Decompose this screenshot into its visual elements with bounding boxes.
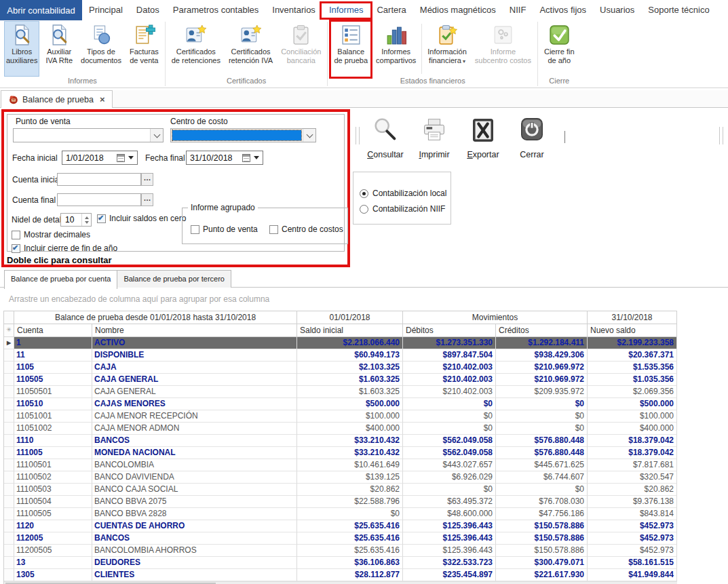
grid-row-11051001[interactable]: 11051001CAJA MENOR RECEPCIÓN$100.000$0$0… [4,410,677,423]
menu-tab-activos-fijos[interactable]: Activos fijos [533,0,593,20]
grid-row-13[interactable]: 13DEUDORES$36.106.863$322.533.723$300.47… [4,557,677,569]
toolbar-button-consultar[interactable]: Consultar [361,113,410,159]
ribbon-button-informacion-financiera[interactable]: Informaciónfinanciera ▾ [426,22,467,76]
close-tab-icon[interactable]: × [100,94,105,104]
stepper-arrows-icon[interactable] [81,214,91,226]
row-indicator-cell [4,447,14,459]
radio-icon[interactable] [360,205,368,214]
file-button[interactable]: Abrir contabilidad [0,0,82,20]
nivel-detalle-stepper[interactable]: 10 [60,213,92,227]
column-header-creditos[interactable]: Créditos [496,324,588,337]
toolbar-button-imprimir[interactable]: Imprimir [410,113,459,159]
incluir-saldos-checkbox[interactable] [97,214,106,223]
cell-nombre: CAJA MENOR ADMON [92,423,297,435]
calendar-icon[interactable] [242,154,250,162]
horizontal-scrollbar[interactable] [4,581,677,584]
incluir-cierre-check-row[interactable]: Incluir cierre de fin de año [12,244,117,253]
menu-tab-niif[interactable]: NIIF [503,0,533,20]
mostrar-decimales-checkbox[interactable] [12,231,20,239]
row-indicator-cell [4,545,14,557]
calendar-icon[interactable] [117,154,125,162]
ribbon-button-conciliacion-bancaria: Conciliaciónbancaria [280,22,322,76]
cell-cuenta: 11100501 [14,459,92,471]
band-title[interactable]: Balance de prueba desde 01/01/2018 hasta… [14,311,297,324]
ribbon-button-cierre-fin-de-ano[interactable]: Cierre finde año [543,22,576,76]
grid-row-1305[interactable]: 1305CLIENTES$28.112.877$235.454.897$221.… [4,569,677,581]
grid-row-1105[interactable]: 1105CAJA$2.103.325$210.402.003$210.969.9… [4,362,677,374]
grid-row-111005[interactable]: 111005MONEDA NACIONAL$33.210.432$562.049… [4,447,677,459]
ribbon-button-certificados-de-retenciones[interactable]: Certificadosde retenciones [170,22,222,76]
radio-contabilizacion-local[interactable]: Contabilización local [360,189,451,198]
ribbon-button-facturas-de-venta[interactable]: Facturasde venta [128,22,160,76]
chevron-down-icon[interactable] [303,129,315,142]
grid-row-110510[interactable]: 110510CAJAS MENORES$500.000$0$0$500.000 [4,398,677,410]
column-header-cuenta[interactable]: Cuenta [14,324,92,337]
ribbon-button-balance-de-prueba[interactable]: Balancede prueba [332,22,369,76]
menu-tab-medios-magneticos[interactable]: Médios magnéticos [413,0,503,20]
view-tab-balance-de-prueba-por-cuenta[interactable]: Balance de prueba por cuenta [4,270,117,289]
punto-de-venta-label: Punto de venta [16,117,71,126]
incluir-cierre-checkbox[interactable] [12,244,20,253]
menu-tab-soporte-tecnico[interactable]: Soporte técnico [641,0,716,20]
fecha-inicial-field[interactable]: 1/01/2018 [62,151,138,165]
agrupado-punto-checkbox[interactable] [191,225,199,234]
document-tab-balance-de-prueba[interactable]: Balance de prueba × [1,90,113,108]
grid-row-11050501[interactable]: 11050501CAJA GENERAL$1.603.325$210.402.0… [4,386,677,398]
agrupado-centro-check-row[interactable]: Centro de costos [269,225,343,234]
agrupado-punto-check-row[interactable]: Punto de venta [191,225,258,234]
cuenta-final-browse-button[interactable]: … [141,193,153,206]
menu-tab-cartera[interactable]: Cartera [370,0,413,20]
grid-row-11100502[interactable]: 11100502BANCO DAVIVIENDA$139.125$6.926.0… [4,471,677,484]
band-movimientos[interactable]: Movimientos [403,311,588,324]
toolbar-button-cerrar[interactable]: Cerrar [507,113,556,159]
dropdown-arrow-icon[interactable] [128,156,134,159]
grid-row-11100504[interactable]: 11100504BANCO BBVA 2075$22.588.796$63.49… [4,496,677,508]
mostrar-decimales-check-row[interactable]: Mostrar decimales [12,230,90,239]
band-nuevo-saldo-date[interactable]: 31/10/2018 [588,311,677,324]
centro-de-costo-combo[interactable] [170,128,316,142]
cuenta-inicial-input[interactable] [57,173,141,186]
menu-tab-parametros-contables[interactable]: Parametros contables [166,0,265,20]
ribbon-button-informes-compartivos[interactable]: Informescompartivos [375,22,417,76]
view-tab-balance-de-prueba-por-tercero[interactable]: Balance de prueba por tercero [117,270,231,288]
radio-contabilizacion-niif[interactable]: Contabilización NIIF [360,204,451,214]
agrupado-centro-checkbox[interactable] [269,225,278,234]
grid-row-1120[interactable]: 1120CUENTAS DE AHORRO$25.635.416$125.396… [4,520,677,532]
grid-row-112005[interactable]: 112005BANCOS$25.635.416$125.396.443$150.… [4,532,677,545]
dropdown-arrow-icon[interactable] [254,156,259,159]
grid-row-11100505[interactable]: 11100505BANCO BBVA 2828$0$48.600.000$47.… [4,508,677,520]
punto-de-venta-combo[interactable] [13,128,164,142]
menu-tab-principal[interactable]: Principal [82,0,130,20]
menu-tab-inventarios[interactable]: Inventarios [265,0,322,20]
toolbar-overflow-chevron-icon[interactable] [564,131,565,143]
ribbon-button-tipos-de-documentos[interactable]: Tipos dedocumentos [79,22,123,76]
grid-row-11[interactable]: 11DISPONIBLE$60.949.173$897.847.504$938.… [4,349,677,362]
grid-row-1[interactable]: ▶1ACTIVO$2.218.066.440$1.273.351.330$1.2… [4,337,677,349]
incluir-saldos-check-row[interactable]: Incluir saldos en cero [97,214,186,223]
ribbon-button-libros-auxiliares[interactable]: Librosauxiliares [5,22,39,76]
grid-row-11100501[interactable]: 11100501BANCOLOMBIA$10.461.649$443.027.6… [4,459,677,471]
incluir-saldos-label: Incluir saldos en cero [109,214,186,223]
column-header-saldo-inicial[interactable]: Saldo inicial [297,324,403,337]
column-header-debitos[interactable]: Débitos [403,324,496,337]
grid-row-110505[interactable]: 110505CAJA GENERAL$1.603.325$210.402.003… [4,374,677,386]
chevron-down-icon[interactable] [150,129,163,142]
menu-tab-usuarios[interactable]: Usuarios [593,0,641,20]
grid-row-11051002[interactable]: 11051002CAJA MENOR ADMON$400.000$0$0$400… [4,423,677,435]
column-header-nuevo-saldo[interactable]: Nuevo saldo [588,324,677,337]
column-header-nombre[interactable]: Nombre [92,324,297,337]
ribbon-button-certificados-retencion-iva[interactable]: Certificadosretención IVA [227,22,274,76]
ribbon-button-auxiliar-iva-rfte[interactable]: AuxiliarIVA Rfte [44,22,74,76]
grid-row-11200505[interactable]: 11200505BANCOLOMBIA AHORROS$25.635.416$1… [4,545,677,557]
group-by-panel[interactable]: Arrastre un encabezado de columna aquí p… [0,288,728,311]
toolbar-button-exportar[interactable]: Exportar [459,113,507,159]
menu-tab-datos[interactable]: Datos [130,0,166,20]
cuenta-inicial-browse-button[interactable]: … [141,173,153,186]
menu-tab-informes[interactable]: Informes [322,0,370,20]
grid-row-11100503[interactable]: 11100503BANCO CAJA SOCIAL$20.862$0$0$20.… [4,484,677,496]
grid-row-1110[interactable]: 1110BANCOS$33.210.432$562.049.058$576.88… [4,435,677,447]
fecha-final-field[interactable]: 31/10/2018 [186,151,263,165]
radio-icon[interactable] [360,189,368,198]
band-saldo-inicial-date[interactable]: 01/01/2018 [297,311,403,324]
cuenta-final-input[interactable] [57,193,141,206]
